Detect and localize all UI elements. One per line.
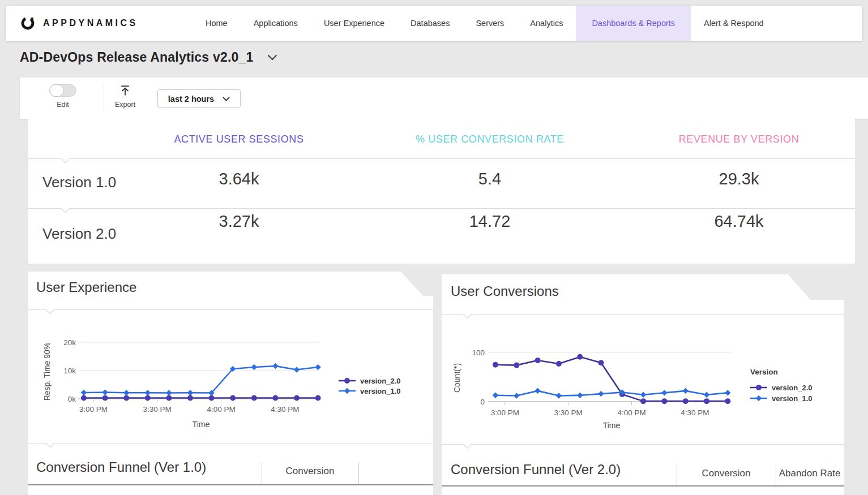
data-point-version_1.0[interactable]	[535, 388, 540, 394]
data-point-version_1.0[interactable]	[81, 390, 87, 395]
data-point-version_1.0[interactable]	[598, 391, 604, 397]
data-point-version_1.0[interactable]	[493, 392, 498, 398]
funnel-header-underline	[442, 485, 844, 487]
data-point-version_1.0[interactable]	[514, 393, 519, 398]
data-point-version_2.0[interactable]	[577, 354, 583, 360]
data-point-version_1.0[interactable]	[640, 392, 646, 398]
dashboard-title-row: AD-DevOps Release Analytics v2.0_1	[20, 50, 277, 65]
edit-label: Edit	[57, 101, 69, 109]
y-tick-label: 0	[480, 398, 485, 406]
user-experience-panel: User Experience 0k10k20k3:00 PM3:30 PM4:…	[28, 272, 433, 495]
collapse-notch	[61, 204, 70, 213]
data-point-version_2.0[interactable]	[683, 398, 689, 404]
data-point-version_2.0[interactable]	[535, 358, 541, 363]
data-point-version_1.0[interactable]	[272, 363, 278, 369]
export-label: Export	[115, 101, 135, 109]
time-range-chevron-icon	[223, 97, 230, 101]
data-point-version_2.0[interactable]	[102, 395, 108, 401]
collapse-notch	[46, 305, 55, 315]
x-tick-label: 4:00 PM	[207, 405, 235, 414]
funnel-v1-column-conversion: Conversion	[262, 466, 358, 477]
column-header-active-user-sessions: ACTIVE USER SESSIONS	[126, 134, 352, 145]
title-dropdown-chevron-icon[interactable]	[267, 54, 277, 61]
data-point-version_1.0[interactable]	[577, 392, 583, 398]
cell-v1-conversion: 5.4	[377, 170, 603, 188]
data-point-version_2.0[interactable]	[556, 361, 562, 367]
nav-item-servers[interactable]: Servers	[463, 6, 517, 41]
brand[interactable]: APPDYNAMICS	[20, 16, 138, 31]
legend-marker[interactable]	[756, 395, 762, 401]
data-point-version_1.0[interactable]	[166, 390, 172, 395]
series-line-version_1.0	[495, 391, 728, 396]
data-point-version_1.0[interactable]	[704, 392, 709, 398]
data-point-version_2.0[interactable]	[81, 395, 87, 401]
data-point-version_1.0[interactable]	[294, 367, 300, 372]
toolbar-divider	[104, 85, 104, 111]
data-point-version_1.0[interactable]	[102, 389, 108, 395]
nav-item-dashboards-reports[interactable]: Dashboards & Reports	[576, 6, 691, 41]
collapse-notch	[463, 440, 472, 449]
data-point-version_1.0[interactable]	[251, 364, 257, 370]
legend-marker[interactable]	[344, 388, 350, 394]
nav-item-applications[interactable]: Applications	[241, 6, 311, 41]
data-point-version_2.0[interactable]	[725, 398, 730, 404]
series-line-version_2.0	[495, 357, 728, 401]
toolbar: Edit Export last 2 hours	[20, 78, 868, 119]
data-point-version_2.0[interactable]	[640, 398, 646, 404]
x-tick-label: 4:30 PM	[681, 408, 709, 417]
dashboard-title: AD-DevOps Release Analytics v2.0_1	[20, 50, 254, 65]
data-point-version_2.0[interactable]	[209, 395, 215, 401]
nav-item-alert-respond[interactable]: Alert & Respond	[691, 6, 777, 41]
data-point-version_1.0[interactable]	[187, 390, 193, 395]
x-tick-label: 4:00 PM	[617, 408, 645, 417]
data-point-version_2.0[interactable]	[493, 362, 498, 368]
funnel-header-underline	[28, 484, 433, 485]
nav-item-home[interactable]: Home	[193, 6, 241, 41]
panel-divider	[442, 314, 844, 315]
data-point-version_2.0[interactable]	[145, 395, 151, 401]
user-conversions-title: User Conversions	[451, 283, 559, 299]
legend-label: version_1.0	[772, 394, 813, 403]
data-point-version_2.0[interactable]	[251, 395, 257, 401]
data-point-version_1.0[interactable]	[315, 364, 320, 370]
primary-nav: Home Applications User Experience Databa…	[193, 6, 777, 41]
data-point-version_2.0[interactable]	[123, 395, 129, 401]
column-header-user-conversion-rate: % USER CONVERSION RATE	[377, 134, 603, 145]
edit-toggle-knob	[49, 84, 64, 97]
user-experience-chart[interactable]: 0k10k20k3:00 PM3:30 PM4:00 PM4:30 PMTime…	[28, 320, 433, 436]
data-point-version_2.0[interactable]	[661, 398, 667, 404]
x-tick-label: 3:30 PM	[554, 408, 583, 417]
data-point-version_1.0[interactable]	[556, 393, 562, 398]
export-button[interactable]: Export	[115, 84, 135, 109]
cell-v1-revenue: 29.3k	[626, 170, 852, 188]
data-point-version_2.0[interactable]	[294, 395, 300, 401]
data-point-version_1.0[interactable]	[123, 390, 129, 395]
data-point-version_1.0[interactable]	[725, 390, 730, 395]
funnel-v2-column-abandon-rate: Abandon Rate	[776, 468, 844, 479]
time-range-dropdown[interactable]: last 2 hours	[157, 89, 241, 108]
legend-label: version_2.0	[772, 384, 813, 392]
data-point-version_1.0[interactable]	[683, 388, 689, 394]
data-point-version_2.0[interactable]	[272, 395, 278, 401]
data-point-version_1.0[interactable]	[145, 390, 151, 395]
data-point-version_2.0[interactable]	[598, 360, 604, 365]
nav-item-analytics[interactable]: Analytics	[517, 6, 576, 41]
data-point-version_1.0[interactable]	[661, 390, 667, 395]
cell-v2-revenue: 64.74k	[626, 212, 852, 231]
edit-toggle[interactable]	[49, 84, 76, 97]
data-point-version_2.0[interactable]	[514, 363, 519, 368]
user-conversions-panel: User Conversions 01003:00 PM3:30 PM4:00 …	[442, 274, 844, 495]
data-point-version_2.0[interactable]	[704, 398, 709, 404]
user-conversions-chart[interactable]: 01003:00 PM3:30 PM4:00 PM4:30 PMTimeCoun…	[442, 324, 844, 440]
panel-divider	[28, 443, 433, 444]
time-range-value: last 2 hours	[168, 94, 214, 104]
nav-item-databases[interactable]: Databases	[397, 6, 463, 41]
legend-marker[interactable]	[756, 385, 762, 390]
data-point-version_2.0[interactable]	[187, 395, 193, 401]
nav-item-user-experience[interactable]: User Experience	[311, 6, 397, 41]
top-nav-bar: APPDYNAMICS Home Applications User Exper…	[6, 6, 862, 41]
legend-marker[interactable]	[344, 378, 350, 384]
data-point-version_2.0[interactable]	[166, 395, 172, 401]
data-point-version_2.0[interactable]	[230, 395, 236, 401]
data-point-version_2.0[interactable]	[315, 395, 321, 401]
